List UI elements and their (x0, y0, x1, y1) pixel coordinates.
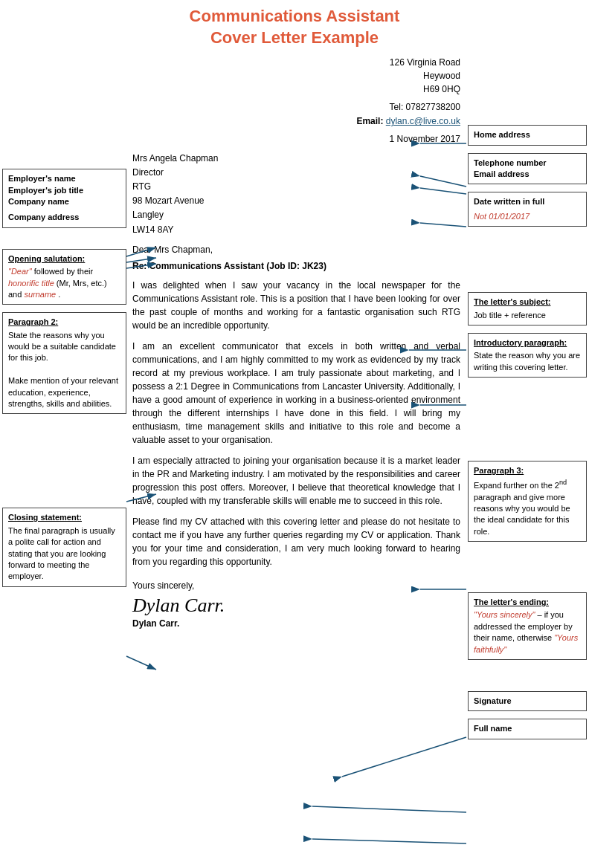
signature: Dylan Carr. (132, 594, 460, 617)
email-value[interactable]: dylan.c@live.co.uk (386, 116, 460, 126)
salutation-body1: followed by their (34, 267, 94, 276)
svg-line-15 (312, 806, 466, 812)
right-annotations-panel: Home address Telephone number Email addr… (468, 56, 589, 747)
salutation-line: Dear Mrs Chapman, (132, 244, 460, 255)
ending-annotation: The letter's ending: "Yours sincerely" –… (468, 592, 587, 660)
paragraph2-annotation: Paragraph 2: State the reasons why you w… (2, 312, 126, 414)
page: Communications Assistant Cover Letter Ex… (0, 0, 589, 629)
paragraph-1: I was delighted when I saw your vacancy … (132, 279, 460, 332)
dear-label: "Dear" (8, 267, 32, 276)
subject-ann-body: Job title + reference (474, 311, 546, 320)
surname-label: surname (24, 290, 56, 299)
subject-ann-title: The letter's subject: (474, 297, 581, 308)
employer-name-annotation: Employer's nameEmployer's job titleCompa… (2, 169, 126, 228)
recipient-address1: 98 Mozart Avenue (132, 195, 205, 206)
not-date-text: Not 01/01/2017 (474, 212, 530, 221)
signature-annotation: Signature (468, 691, 587, 711)
date-annotation: Date written in full Not 01/01/2017 (468, 192, 587, 227)
intro-annotation: Introductory paragraph: State the reason… (468, 333, 587, 378)
email-line: Email: dylan.c@live.co.uk (356, 116, 460, 126)
address-line3: H69 0HQ (423, 84, 460, 94)
title-block: Communications Assistant Cover Letter Ex… (0, 0, 589, 48)
telephone-email-annotation: Telephone number Email address (468, 153, 587, 185)
address-line1: 126 Virginia Road (390, 57, 460, 68)
page-title: Communications Assistant Cover Letter Ex… (0, 6, 589, 48)
para3-ann-body: Expand further on the 2nd paragraph and … (474, 481, 570, 536)
honorific-label: honorific title (8, 279, 54, 288)
para2-body1: State the reasons why you would be a sui… (8, 331, 116, 363)
para2-title: Paragraph 2: (8, 317, 120, 328)
closing-block: Yours sincerely, Dylan Carr. Dylan Carr. (132, 580, 460, 629)
paragraph-4: Please find my CV attached with this cov… (132, 515, 460, 569)
para2-body2: Make mention of your relevant education,… (8, 376, 118, 408)
full-name: Dylan Carr. (132, 618, 460, 629)
recipient-address3: LW14 8AY (132, 224, 174, 235)
subject-line: Re: Communications Assistant (Job ID: JK… (132, 261, 460, 271)
paragraph-2: I am an excellent communicator that exce… (132, 340, 460, 447)
letter-date: 1 November 2017 (132, 134, 460, 144)
closing-statement-annotation: Closing statement: The final paragraph i… (2, 508, 126, 586)
opening-salutation-annotation: Opening salutation: "Dear" followed by t… (2, 249, 126, 305)
salutation-period: . (58, 290, 60, 299)
email-address-label: Email address (474, 169, 530, 178)
date-value: 1 November 2017 (390, 134, 460, 144)
paragraph-3: I am especially attracted to joining you… (132, 454, 460, 508)
home-address-label: Home address (474, 130, 530, 139)
subject-text: Re: Communications Assistant (Job ID: JK… (132, 261, 326, 271)
recipient-block: Mrs Angela Chapman Director RTG 98 Mozar… (132, 152, 460, 237)
opening-salutation-title: Opening salutation: (8, 253, 120, 265)
closing-body: The final paragraph is usually a polite … (8, 526, 115, 581)
ending-ann-title: The letter's ending: (474, 597, 581, 608)
left-annotations-panel: Employer's nameEmployer's job titleCompa… (0, 56, 126, 595)
salutation-text: Dear Mrs Chapman, (132, 244, 213, 255)
subject-annotation: The letter's subject: Job title + refere… (468, 292, 587, 326)
address-line2: Heywood (423, 71, 460, 81)
svg-line-16 (312, 839, 466, 843)
para3-ann-title: Paragraph 3: (474, 465, 581, 476)
letter-content: 126 Virginia Road Heywood H69 0HQ Tel: 0… (126, 56, 466, 629)
company-address-label: Company address (8, 212, 120, 223)
letter-body: I was delighted when I saw your vacancy … (132, 279, 460, 569)
tel-value: Tel: 07827738200 (390, 102, 460, 112)
fullname-annotation: Full name (468, 719, 587, 739)
svg-line-14 (342, 737, 466, 777)
closing-text: Yours sincerely, (132, 580, 460, 591)
tel-line: Tel: 07827738200 (390, 102, 460, 112)
letter-address: 126 Virginia Road Heywood H69 0HQ (132, 56, 460, 96)
intro-ann-body: State the reason why you are writing thi… (474, 351, 580, 371)
letter-contact: Tel: 07827738200 Email: dylan.c@live.co.… (132, 100, 460, 129)
recipient-title: Director (132, 167, 164, 178)
recipient-company: RTG (132, 181, 151, 192)
home-address-annotation: Home address (468, 125, 587, 145)
employer-name-label: Employer's nameEmployer's job titleCompa… (8, 174, 83, 206)
date-not-label: Not 01/01/2017 (474, 211, 581, 222)
svg-line-13 (126, 656, 156, 670)
recipient-address2: Langley (132, 210, 164, 220)
intro-ann-title: Introductory paragraph: (474, 337, 581, 349)
email-label: Email: (356, 116, 383, 126)
main-content: Employer's nameEmployer's job titleCompa… (0, 56, 589, 629)
closing-title: Closing statement: (8, 512, 120, 523)
date-written-label: Date written in full (474, 197, 544, 206)
recipient-name: Mrs Angela Chapman (132, 153, 218, 163)
signature-ann-label: Signature (474, 696, 512, 705)
telephone-number-label: Telephone number (474, 158, 547, 167)
yours-sincerely-label: "Yours sincerely" (474, 610, 535, 619)
para3-annotation: Paragraph 3: Expand further on the 2nd p… (468, 461, 587, 542)
fullname-ann-label: Full name (474, 724, 512, 733)
